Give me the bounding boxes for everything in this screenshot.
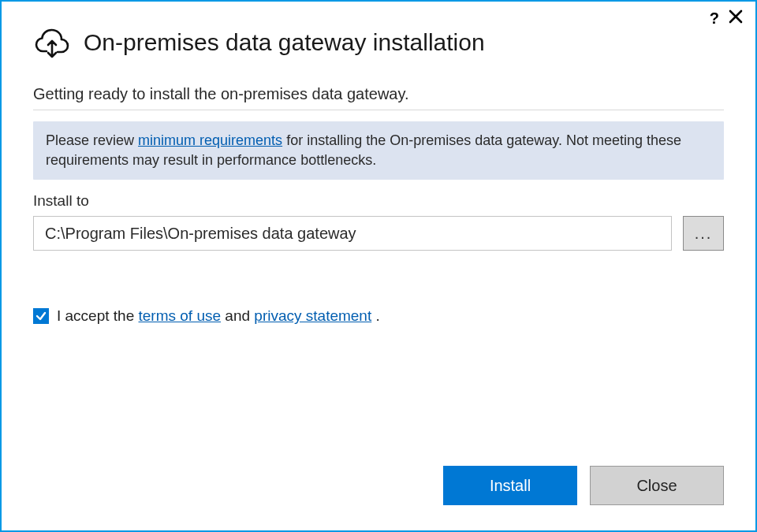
info-prefix: Please review: [46, 132, 138, 148]
subtitle: Getting ready to install the on-premises…: [33, 85, 724, 103]
accept-checkbox[interactable]: [33, 308, 49, 324]
privacy-link[interactable]: privacy statement: [254, 307, 371, 324]
installer-window: ? On-premises data gateway installation …: [0, 0, 757, 532]
install-path-row: ...: [33, 216, 724, 251]
accept-row: I accept the terms of use and privacy st…: [33, 307, 724, 325]
install-to-label: Install to: [33, 192, 724, 210]
accept-text: I accept the terms of use and privacy st…: [57, 307, 380, 325]
window-controls: ?: [710, 9, 743, 28]
page-title: On-premises data gateway installation: [84, 29, 485, 56]
footer: Install Close: [2, 466, 755, 530]
divider: [33, 110, 724, 110]
cloud-icon: [33, 24, 71, 61]
min-requirements-link[interactable]: minimum requirements: [138, 132, 282, 148]
browse-button[interactable]: ...: [683, 216, 724, 251]
info-box: Please review minimum requirements for i…: [33, 121, 724, 180]
help-icon[interactable]: ?: [710, 9, 719, 28]
install-path-input[interactable]: [33, 216, 672, 251]
close-button[interactable]: Close: [590, 466, 724, 505]
install-button[interactable]: Install: [443, 466, 577, 505]
header: On-premises data gateway installation: [33, 24, 724, 61]
close-icon[interactable]: [729, 9, 743, 28]
terms-link[interactable]: terms of use: [139, 307, 222, 324]
